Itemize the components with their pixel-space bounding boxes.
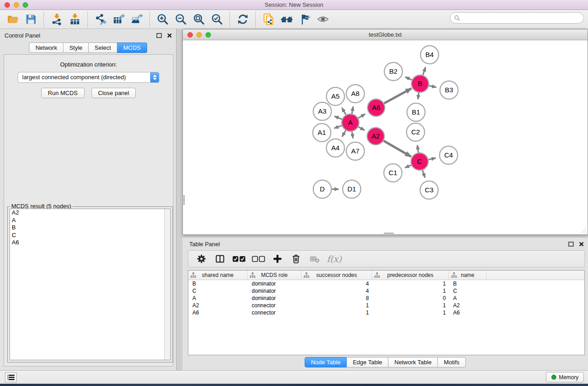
tab-node-table[interactable]: Node Table (305, 357, 347, 367)
cell-name[interactable]: A (449, 295, 487, 302)
cell-shared-name[interactable]: C (188, 287, 248, 295)
cell-name[interactable]: C (449, 287, 487, 295)
float-table-panel-icon[interactable] (568, 241, 574, 247)
node-B1[interactable]: B1 (407, 103, 425, 121)
two-houses-button[interactable] (277, 11, 296, 28)
minimize-window-icon[interactable] (14, 2, 19, 8)
network-window-titlebar[interactable]: testGlobe.txt (183, 29, 588, 40)
edge-B-B3[interactable] (429, 86, 436, 87)
edge-B-B4[interactable] (423, 67, 425, 75)
columns-button[interactable] (214, 253, 226, 265)
zoom-selected-button[interactable] (208, 11, 226, 28)
zoom-in-button[interactable] (153, 11, 172, 28)
run-mcds-button[interactable]: Run MCDS (41, 88, 85, 98)
result-item[interactable]: A2 (10, 209, 170, 217)
edge-A-A1[interactable] (334, 126, 342, 129)
edge-C-C1[interactable] (405, 165, 411, 168)
tab-style[interactable]: Style (63, 43, 89, 53)
cell-successor-nodes[interactable]: 1 (301, 302, 372, 309)
mcds-result-list[interactable]: A2ABCA6 (10, 209, 171, 360)
table-row[interactable]: A2connector11A2 (188, 302, 584, 309)
node-C1[interactable]: C1 (384, 164, 402, 182)
save-session-button[interactable] (22, 11, 40, 28)
column-header-name[interactable]: name (449, 271, 487, 280)
node-B2[interactable]: B2 (384, 62, 402, 81)
clone-network-button[interactable] (259, 11, 277, 28)
table-row[interactable]: Bdominator41B (188, 280, 584, 287)
table-row[interactable]: A6connector11A6 (188, 309, 584, 316)
tab-edge-table[interactable]: Edge Table (347, 357, 388, 367)
delete-column-button[interactable] (290, 253, 302, 265)
node-A6[interactable]: A6 (368, 99, 385, 116)
node-B3[interactable]: B3 (440, 81, 458, 99)
column-header-shared-name[interactable]: shared name (188, 271, 248, 280)
uncheck-all-button[interactable] (252, 253, 265, 265)
table-row[interactable]: Adominator80A (188, 295, 584, 302)
resize-grip-icon[interactable] (580, 227, 587, 234)
result-item[interactable]: A (10, 217, 170, 224)
result-item[interactable]: B (10, 224, 170, 232)
column-header-successor-nodes[interactable]: successor nodes (301, 271, 372, 280)
tab-network-table[interactable]: Network Table (388, 357, 438, 367)
import-network-button[interactable] (48, 11, 66, 28)
open-session-button[interactable] (4, 11, 22, 28)
edge-A-A2[interactable] (359, 127, 365, 130)
net-minimize-icon[interactable] (196, 32, 202, 38)
node-D1[interactable]: D1 (343, 180, 361, 198)
edge-B-B2[interactable] (405, 77, 411, 80)
node-B4[interactable]: B4 (421, 46, 439, 64)
close-table-panel-icon[interactable] (578, 241, 584, 247)
node-A7[interactable]: A7 (346, 142, 364, 160)
close-window-icon[interactable] (5, 2, 10, 8)
node-C[interactable]: C (411, 153, 428, 170)
result-item[interactable]: A6 (10, 239, 170, 247)
column-header-predecessor-nodes[interactable]: predecessor nodes (372, 271, 449, 280)
node-C4[interactable]: C4 (440, 146, 458, 164)
cell-successor-nodes[interactable]: 8 (301, 295, 372, 302)
column-header-mcds-role[interactable]: MCDS role (248, 271, 301, 280)
add-column-button[interactable] (271, 253, 284, 265)
result-scrollbar[interactable] (164, 209, 170, 360)
table-row[interactable]: Cdominator41C (188, 287, 584, 295)
close-panel-icon[interactable] (167, 33, 172, 38)
cell-successor-nodes[interactable]: 4 (301, 287, 372, 295)
cell-shared-name[interactable]: A (188, 295, 248, 302)
node-A4[interactable]: A4 (326, 139, 344, 157)
edge-A-A7[interactable] (352, 132, 353, 138)
cell-mcds-role[interactable]: dominator (248, 287, 301, 295)
search-box[interactable] (450, 12, 584, 24)
tab-motifs[interactable]: Motifs (438, 357, 466, 367)
export-network-button[interactable] (91, 11, 110, 28)
task-history-button[interactable] (5, 372, 17, 382)
net-close-icon[interactable] (187, 32, 193, 38)
tab-mcds[interactable]: MCDS (117, 43, 147, 53)
cell-successor-nodes[interactable]: 1 (301, 309, 372, 316)
cell-mcds-role[interactable]: connector (248, 309, 301, 316)
node-C3[interactable]: C3 (420, 181, 438, 199)
cell-name[interactable]: B (449, 280, 487, 287)
window-controls[interactable] (5, 0, 28, 10)
cell-predecessor-nodes[interactable]: 1 (372, 302, 449, 309)
cell-predecessor-nodes[interactable]: 0 (372, 295, 449, 302)
cell-mcds-role[interactable]: connector (248, 302, 301, 309)
cell-successor-nodes[interactable]: 4 (301, 280, 372, 287)
node-A8[interactable]: A8 (346, 85, 364, 103)
edge-B-B1[interactable] (418, 93, 419, 99)
cell-mcds-role[interactable]: dominator (248, 280, 301, 287)
cell-predecessor-nodes[interactable]: 1 (372, 309, 449, 316)
show-eye-button[interactable] (314, 11, 332, 28)
cell-shared-name[interactable]: A2 (188, 302, 248, 309)
tab-select[interactable]: Select (89, 43, 117, 53)
edge-A2-C[interactable] (383, 141, 411, 157)
cell-predecessor-nodes[interactable]: 1 (372, 287, 449, 295)
edge-A-A3[interactable] (335, 116, 342, 119)
cell-predecessor-nodes[interactable]: 1 (372, 280, 449, 287)
node-A1[interactable]: A1 (313, 124, 331, 142)
check-all-button[interactable] (232, 253, 246, 265)
node-C2[interactable]: C2 (406, 123, 425, 141)
node-A[interactable]: A (342, 114, 359, 131)
edge-C-C3[interactable] (422, 170, 425, 178)
cell-shared-name[interactable]: A6 (188, 309, 248, 316)
net-maximize-icon[interactable] (206, 32, 211, 38)
export-image-button[interactable] (128, 11, 146, 28)
